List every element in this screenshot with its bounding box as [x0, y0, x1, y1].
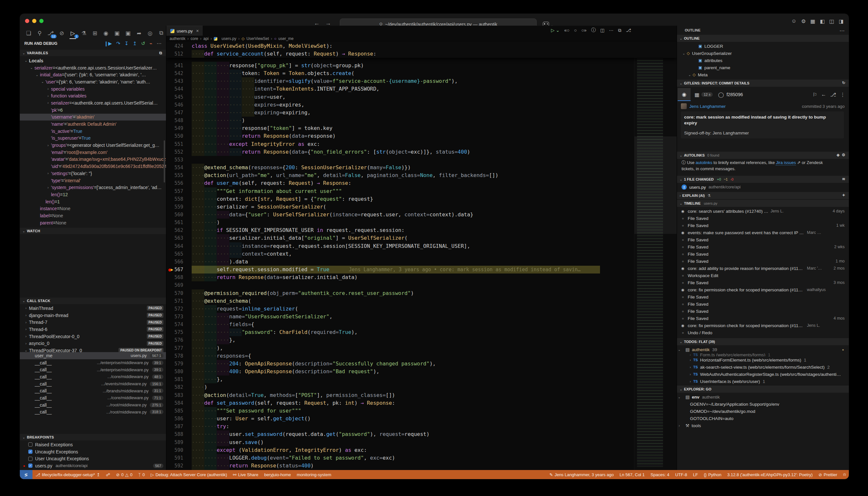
line-number[interactable]: 571 [166, 297, 183, 305]
line-number[interactable]: 559 [166, 203, 183, 211]
more-actions-icon[interactable]: ⋯ [839, 28, 844, 34]
todo-file-row[interactable]: ›TSWebAuthnAuthenticatorRegisterStage.ts… [677, 371, 849, 378]
todo-file-row[interactable]: ›TSUserInterface.ts (web/src/user)1 [677, 378, 849, 385]
zoom-window-button[interactable] [39, 19, 44, 23]
commit-sha[interactable]: f285096 [726, 92, 743, 97]
back-icon[interactable]: ← [821, 92, 826, 98]
timeline-section-header[interactable]: ⌄TIMELINEusers.py [677, 200, 849, 207]
line-number[interactable]: 512 [166, 50, 183, 58]
timeline-item[interactable]: ◉core: add ability to provide reason for… [677, 265, 849, 272]
breadcrumb-item-userviewset[interactable]: UserViewSet [247, 36, 269, 41]
minimize-window-button[interactable] [32, 19, 36, 23]
outline-item-logger[interactable]: ▣LOGGER [677, 43, 849, 50]
variable-row[interactable]: 'is_superuser' = True [20, 135, 166, 142]
timeline-item[interactable]: ○File Saved3 mos [677, 279, 849, 286]
line-number[interactable]: 554 [166, 164, 183, 171]
encoding-status[interactable]: UTF-8 [675, 472, 687, 477]
todo-file-row[interactable]: ›TSak-search-select-view.ts (web/src/ele… [677, 363, 849, 371]
multi-diff-icon[interactable]: ≋ [842, 177, 845, 181]
debug-status[interactable]: ▷Debug: Attach Server Core (authentik) [151, 472, 227, 477]
stack-frame-row[interactable]: __call__.../brands/middleware.py31:1 [20, 387, 166, 394]
previous-change-icon[interactable]: «○ [564, 28, 570, 33]
continue-button[interactable]: ❙▶ [104, 41, 112, 46]
timeline-item[interactable]: ○File Saved [677, 300, 849, 308]
breakpoints-section-header[interactable]: ⌄BREAKPOINTS [20, 434, 166, 440]
notifications-bell[interactable]: ⍾ [843, 472, 846, 477]
line-number[interactable]: 587 [166, 423, 183, 430]
variable-row[interactable]: ⌄serializer = <authentik.core.api.users.… [20, 64, 166, 72]
live-share-status[interactable]: ⚯Live Share [233, 472, 258, 477]
timeline-item[interactable]: ○Workspace Edit [677, 272, 849, 279]
commit-graph-icon[interactable]: ⎇ [626, 28, 631, 33]
line-number[interactable]: 575 [166, 328, 183, 336]
line-number[interactable]: 564 [166, 242, 183, 250]
beryjuio-home-status[interactable]: beryjuio-home [264, 472, 291, 477]
pin-icon[interactable]: ⚐ [812, 92, 817, 98]
line-number[interactable]: 583 [166, 391, 183, 399]
graph-icon[interactable]: ⎇ [830, 92, 836, 98]
testing-icon[interactable]: ⚗ [78, 30, 89, 37]
sticky-scroll[interactable]: 424class UserViewSet(UsedByMixin, ModelV… [166, 42, 677, 58]
stack-frame-row[interactable]: __call__.../core/middleware.py71:1 [20, 394, 166, 402]
thread-row[interactable]: ›Thread-7PAUSED [20, 319, 166, 326]
toggle-panel-left-icon[interactable]: ◧ [820, 18, 825, 25]
thread-row[interactable]: ›ThreadPoolExecutor-0_0PAUSED [20, 333, 166, 340]
outline-item-usergroupserializer[interactable]: ⌄◇UserGroupSerializer [677, 50, 849, 57]
variable-row[interactable]: ›'settings' = {'locale': ''} [20, 170, 166, 177]
share-icon[interactable]: ➦ [134, 30, 144, 37]
go-tools-row[interactable]: ›⚒ tools [677, 422, 849, 429]
stack-frame-row[interactable]: user_meusers.py567:1 [20, 352, 166, 359]
gear-icon[interactable]: ⚙ [801, 18, 806, 25]
timeline-item[interactable]: ○Undo / Redo [677, 329, 849, 336]
todos-root-row[interactable]: ⌄▤ authentik 39 ● [677, 346, 849, 353]
explorer-icon[interactable]: ❏ [23, 30, 34, 37]
open-changes-icon[interactable]: ⧉ [618, 28, 621, 33]
file-changed-section-header[interactable]: ⌄1 FILE CHANGED +0 ~1 -0 ≋ [677, 176, 849, 183]
variable-row[interactable]: 'username' = 'akadmin' [20, 114, 166, 121]
outline-item-attributes[interactable]: ▣attributes [677, 57, 849, 64]
thread-row[interactable]: ›Thread-6PAUSED [20, 326, 166, 333]
timeline-item[interactable]: ○File Saved [677, 293, 849, 300]
go-env-row[interactable]: ⌄▤ env authentik [677, 393, 849, 401]
outline-item-parent_name[interactable]: ▣parent_name [677, 64, 849, 71]
variable-row[interactable]: ⌄'user' = {'pk': 6, 'username': 'akadmin… [20, 78, 166, 86]
line-number[interactable]: 544 [166, 85, 183, 93]
timeline-item[interactable]: ◉events: make sure password set event ha… [677, 229, 849, 236]
stack-frame-row[interactable]: __call__.../events/middleware.py156:1 [20, 381, 166, 388]
indentation-status[interactable]: Spaces: 4 [651, 472, 669, 477]
line-number[interactable]: 577 [166, 344, 183, 352]
breakpoint-row[interactable]: ●✓users.pyauthentik/core/api567 [20, 462, 166, 469]
line-number[interactable]: 565 [166, 250, 183, 258]
stack-frame-row[interactable]: __call__.../enterprise/middleware.py39:1 [20, 359, 166, 367]
thread-row[interactable]: ›django-main-threadPAUSED [20, 312, 166, 319]
variables-scrollbar[interactable] [164, 140, 165, 183]
variable-row[interactable]: ›serializer = <authentik.core.api.users.… [20, 99, 166, 107]
commit-message-box[interactable]: core: mark session as modified instead o… [681, 111, 844, 138]
line-number[interactable]: 582 [166, 383, 183, 391]
close-tab-icon[interactable]: ✕ [196, 29, 199, 33]
breadcrumb-item-core[interactable]: core [191, 36, 198, 41]
commit-author-row[interactable]: Jens Langhammer committed 3 years ago [677, 102, 849, 110]
variable-row[interactable]: len() = 1 [20, 198, 166, 205]
code-viewport[interactable]: 541············response["group_pk"] = st… [166, 42, 634, 470]
todo-file-row[interactable]: ›TSForm.ts (web/src/elements/forms)1 [677, 353, 849, 356]
line-number[interactable]: 580 [166, 368, 183, 375]
variable-row[interactable]: ›'system_permissions' = ['access_admin_i… [20, 184, 166, 191]
timeline-item[interactable]: ○File Saved1 wk [677, 222, 849, 229]
line-number[interactable]: 552 [166, 148, 183, 156]
variable-row[interactable]: len() = 12 [20, 191, 166, 198]
blame-info-icon[interactable]: ⓘ [591, 27, 596, 33]
timeline-item[interactable]: ○File Saved2 wks [677, 243, 849, 250]
thread-row[interactable]: ›MainThreadPAUSED [20, 305, 166, 312]
outline-item-meta[interactable]: ⌄◇Meta [677, 71, 849, 78]
breadcrumb-item-user-me[interactable]: user_me [278, 36, 294, 41]
variable-row[interactable]: ⌄initial_data = {'user': {'pk': 6, 'user… [20, 71, 166, 78]
outline-section-header[interactable]: ⌄OUTLINE [677, 35, 849, 42]
line-number[interactable]: 576 [166, 336, 183, 344]
line-number[interactable]: 543 [166, 77, 183, 85]
kebab-icon[interactable]: ⋮ [840, 92, 845, 98]
todo-file-row[interactable]: ›TSHorizontalFormElement.ts (web/src/ele… [677, 356, 849, 363]
github-icon[interactable]: ◉ [100, 30, 111, 37]
timeline-item[interactable]: ○File Saved1 mo [677, 258, 849, 265]
breakpoint-checkbox[interactable] [28, 457, 32, 461]
